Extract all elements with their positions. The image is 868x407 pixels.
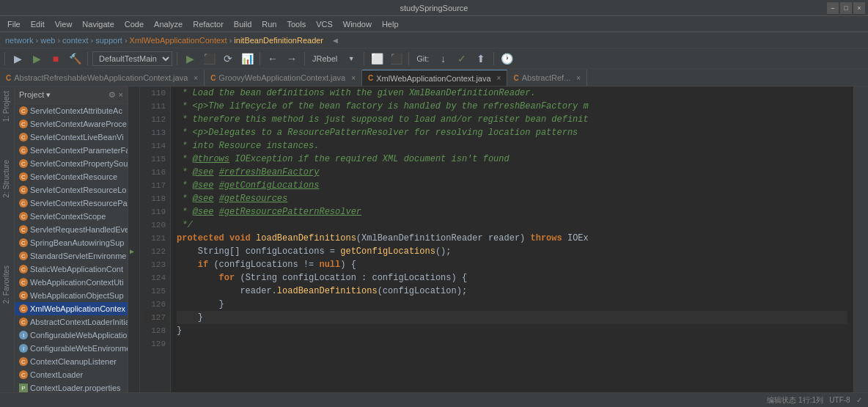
tree-item[interactable]: C StandardServletEnvironme [15, 249, 128, 263]
tree-item[interactable]: C AbstractContextLoaderInitializ [15, 315, 128, 329]
nav-context[interactable]: context [60, 36, 90, 45]
menu-tools[interactable]: Tools [282, 18, 310, 30]
tree-item[interactable]: C ContextCleanupListener [15, 355, 128, 368]
menu-vcs[interactable]: VCS [312, 18, 337, 30]
main-area: 1: Project 2: Structure 2: Favorites Pro… [0, 87, 868, 407]
tree-item[interactable]: I ConfigurableWebEnvironment [15, 342, 128, 355]
vcs-push-button[interactable]: ⬆ [473, 51, 489, 67]
forward-button[interactable]: → [284, 51, 300, 67]
properties-icon: P [19, 384, 28, 392]
line-num: 116 [144, 166, 166, 179]
vtab-project[interactable]: 1: Project [0, 87, 14, 126]
code-content[interactable]: * Load the bean definitions with the giv… [171, 87, 853, 407]
tree-item[interactable]: C StaticWebApplicationCont [15, 263, 128, 276]
vcs-commit-button[interactable]: ✓ [454, 51, 470, 67]
menu-view[interactable]: View [51, 18, 77, 30]
tree-item[interactable]: I ConfigurableWebApplicationC [15, 329, 128, 342]
code-editor[interactable]: ▶ 110 111 112 113 114 115 116 117 118 11… [128, 87, 853, 407]
app-title: studySpringSource [400, 4, 468, 12]
class-icon: C [19, 199, 28, 208]
jrebel-dropdown[interactable]: ▼ [343, 51, 359, 67]
nav-class[interactable]: XmlWebApplicationContext [128, 36, 229, 45]
panel-settings-icon[interactable]: ⚙ [108, 90, 116, 100]
line-num: 128 [144, 324, 166, 337]
run-config-dropdown[interactable]: DefaultTestMain [92, 51, 172, 66]
bookmark-button[interactable]: ⬜ [369, 51, 385, 67]
menu-edit[interactable]: Edit [26, 18, 49, 30]
tab-groovy[interactable]: C GroovyWebApplicationContext.java × [205, 70, 362, 86]
class-icon: C [19, 304, 28, 313]
run-button[interactable]: ▶ [29, 51, 45, 67]
class-icon: C [19, 278, 28, 287]
nav-network[interactable]: network [3, 36, 36, 45]
line-num: 129 [144, 337, 166, 351]
line-num: 121 [144, 232, 166, 245]
tree-item[interactable]: C ServletContextLiveBeanVi [15, 131, 128, 144]
tree-item[interactable]: C ServletContextAttributeAc [15, 104, 128, 117]
tab-close-icon4[interactable]: × [576, 74, 581, 82]
close-button[interactable]: × [853, 2, 865, 14]
vtab-structure[interactable]: 2: Structure [0, 155, 14, 202]
class-icon: C [19, 186, 28, 194]
profile-button[interactable]: ⟳ [220, 51, 236, 67]
tab-abstract-ref2[interactable]: C AbstractRef... × [507, 70, 587, 86]
clock-button[interactable]: 🕐 [499, 51, 515, 67]
tree-item[interactable]: C ServletContextScope [15, 210, 128, 223]
nav-method[interactable]: initBeanDefinitionReader [232, 36, 326, 45]
tree-item[interactable]: C ServletRequestHandledEve [15, 223, 128, 236]
run-debug-button[interactable]: ▶ [10, 51, 26, 67]
menu-navigate[interactable]: Navigate [78, 18, 118, 30]
stop-button[interactable]: ■ [48, 51, 64, 67]
run-green-button[interactable]: ▶ [182, 51, 198, 67]
menu-window[interactable]: Window [339, 18, 376, 30]
menu-code[interactable]: Code [120, 18, 148, 30]
nav-web[interactable]: web [38, 36, 57, 45]
code-line-128: } [177, 324, 847, 337]
code-line-126: } [177, 298, 847, 311]
tree-item[interactable]: C WebApplicationContextUti [15, 276, 128, 289]
tab-xml-web[interactable]: C XmlWebApplicationContext.java × [362, 70, 507, 86]
back-button[interactable]: ← [265, 51, 281, 67]
vcs-update-button[interactable]: ↓ [435, 51, 451, 67]
toolbar-sep-7 [408, 52, 409, 65]
code-line-110: * Load the bean definitions with the giv… [177, 87, 847, 100]
tree-item[interactable]: C WebApplicationObjectSup [15, 289, 128, 302]
line-num: 120 [144, 219, 166, 232]
tab-abstract-refreshable[interactable]: C AbstractRefreshableWebApplicationConte… [0, 70, 205, 86]
code-line-125: reader. loadBeanDefinitions (configLocat… [177, 285, 847, 298]
line-num: 122 [144, 245, 166, 258]
tab-close-icon2[interactable]: × [351, 74, 356, 82]
class-icon: C [19, 146, 28, 155]
tab-close-icon3[interactable]: × [497, 74, 501, 82]
tree-item[interactable]: C ContextLoader [15, 368, 128, 381]
menu-file[interactable]: File [3, 18, 25, 30]
nav-support[interactable]: support [93, 36, 125, 45]
tree-item[interactable]: C SpringBeanAutowiringSup [15, 236, 128, 249]
menu-help[interactable]: Help [378, 18, 403, 30]
code-line-120: */ [177, 219, 847, 232]
tree-item[interactable]: C ServletContextResourcePa [15, 197, 128, 210]
tree-item[interactable]: C ServletContextParameterFa [15, 144, 128, 157]
menu-build[interactable]: Build [229, 18, 256, 30]
maximize-button[interactable]: □ [840, 2, 852, 14]
tree-item-selected[interactable]: C XmlWebApplicationContex [15, 302, 128, 315]
tree-item[interactable]: C ServletContextResource [15, 170, 128, 183]
coverage-button[interactable]: 📊 [239, 51, 255, 67]
tab-close-icon[interactable]: × [194, 74, 198, 82]
tree-item[interactable]: C ServletContextAwareProce [15, 117, 128, 131]
menu-refactor[interactable]: Refactor [188, 18, 228, 30]
panel-controls: ⚙ × [108, 90, 123, 100]
menu-analyze[interactable]: Analyze [150, 18, 187, 30]
menu-run[interactable]: Run [257, 18, 281, 30]
panel-close-icon[interactable]: × [119, 90, 123, 100]
minimize-button[interactable]: − [827, 2, 839, 14]
code-line-115: * @throws IOException if the required XM… [177, 153, 847, 166]
tree-item[interactable]: C ServletContextResourceLo [15, 183, 128, 197]
build-button[interactable]: 🔨 [67, 51, 83, 67]
code-line-118: * @see #getResources [177, 192, 847, 205]
tree-item[interactable]: C ServletContextPropertySou [15, 157, 128, 170]
toolbar-sep-1 [4, 52, 5, 65]
debug-green-button[interactable]: ⬛ [201, 51, 217, 67]
vtab-favorites[interactable]: 2: Favorites [0, 261, 14, 308]
bookmark2-button[interactable]: ⬛ [388, 51, 404, 67]
